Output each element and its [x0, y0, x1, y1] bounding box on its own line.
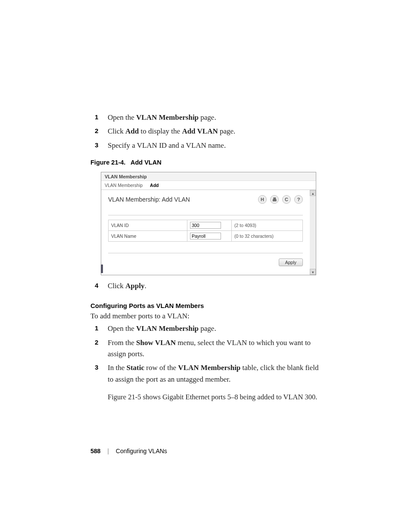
- save-icon[interactable]: H: [258, 195, 267, 204]
- section-title: Configuring VLANs: [116, 448, 167, 454]
- label-vlan-id: VLAN ID: [109, 220, 187, 231]
- add-vlan-screenshot: VLAN Membership VLAN Membership Add ▴ ▾ …: [101, 172, 316, 275]
- panel-heading-row: VLAN Membership: Add VLAN H 🖶 C ?: [108, 195, 303, 204]
- step-text: Open the VLAN Membership page.: [108, 113, 216, 121]
- hint-vlan-id: (2 to 4093): [232, 220, 303, 231]
- row-vlan-name: VLAN Name (0 to 32 characters): [109, 231, 303, 242]
- panel-body: ▴ ▾ VLAN Membership: Add VLAN H 🖶 C ? VL…: [101, 190, 316, 275]
- step-a4: 4 Click Apply.: [90, 280, 321, 292]
- panel-heading: VLAN Membership: Add VLAN: [108, 196, 190, 203]
- step-text: Click Apply.: [108, 282, 146, 290]
- print-icon[interactable]: 🖶: [270, 195, 279, 204]
- steps-list-a2: 4 Click Apply.: [90, 280, 321, 292]
- step-b3: 3 In the Static row of the VLAN Membersh…: [90, 362, 321, 385]
- divider: [108, 215, 303, 215]
- row-vlan-id: VLAN ID (2 to 4093): [109, 220, 303, 231]
- scroll-down-icon[interactable]: ▾: [310, 269, 316, 275]
- input-vlan-id[interactable]: [190, 222, 221, 229]
- step-text: Click Add to display the Add VLAN page.: [108, 127, 235, 135]
- step-text: From the Show VLAN menu, select the VLAN…: [108, 339, 311, 358]
- step-a3: 3 Specify a VLAN ID and a VLAN name.: [90, 140, 321, 151]
- scroll-up-icon[interactable]: ▴: [310, 190, 316, 196]
- steps-list-b: 1 Open the VLAN Membership page. 2 From …: [90, 323, 321, 385]
- step-number: 3: [95, 362, 98, 372]
- step-b1: 1 Open the VLAN Membership page.: [90, 323, 321, 334]
- step-text: Open the VLAN Membership page.: [108, 324, 216, 333]
- crumb-root[interactable]: VLAN Membership: [105, 183, 143, 188]
- label-vlan-name: VLAN Name: [109, 231, 187, 242]
- refresh-icon[interactable]: C: [282, 195, 291, 204]
- iconbar: H 🖶 C ?: [258, 195, 303, 204]
- subheading: Configuring Ports as VLAN Members: [90, 302, 321, 309]
- step-number: 2: [95, 337, 98, 347]
- step-number: 1: [95, 112, 98, 122]
- step-text: In the Static row of the VLAN Membership…: [108, 364, 319, 383]
- step-text: Specify a VLAN ID and a VLAN name.: [108, 141, 226, 149]
- step-number: 2: [95, 126, 98, 136]
- page-number: 588: [90, 448, 100, 454]
- page: 1 Open the VLAN Membership page. 2 Click…: [0, 0, 411, 532]
- breadcrumb: VLAN Membership Add: [101, 181, 316, 190]
- help-icon[interactable]: ?: [294, 195, 303, 204]
- hint-vlan-name: (0 to 32 characters): [232, 231, 303, 242]
- step-a1: 1 Open the VLAN Membership page.: [90, 112, 321, 123]
- step-number: 4: [95, 280, 98, 290]
- intro-text: To add member ports to a VLAN:: [90, 312, 321, 320]
- input-vlan-name[interactable]: [190, 233, 221, 240]
- apply-button[interactable]: Apply: [279, 258, 303, 266]
- figure-caption: Figure 21-4. Add VLAN: [90, 159, 321, 166]
- page-footer: 588 | Configuring VLANs: [90, 448, 167, 454]
- form-table: VLAN ID (2 to 4093) VLAN Name (0 to 32 c…: [108, 220, 303, 242]
- step-number: 1: [95, 323, 98, 333]
- figure-reference: Figure 21-5 shows Gigabit Ethernet ports…: [90, 393, 321, 401]
- crumb-current: Add: [150, 183, 159, 188]
- window-title: VLAN Membership: [101, 172, 316, 181]
- resize-handle-icon[interactable]: [101, 264, 103, 273]
- steps-list-a: 1 Open the VLAN Membership page. 2 Click…: [90, 112, 321, 151]
- step-a2: 2 Click Add to display the Add VLAN page…: [90, 126, 321, 137]
- footer-divider: |: [107, 448, 109, 454]
- step-b2: 2 From the Show VLAN menu, select the VL…: [90, 337, 321, 360]
- apply-row: Apply: [108, 253, 303, 266]
- step-number: 3: [95, 140, 98, 150]
